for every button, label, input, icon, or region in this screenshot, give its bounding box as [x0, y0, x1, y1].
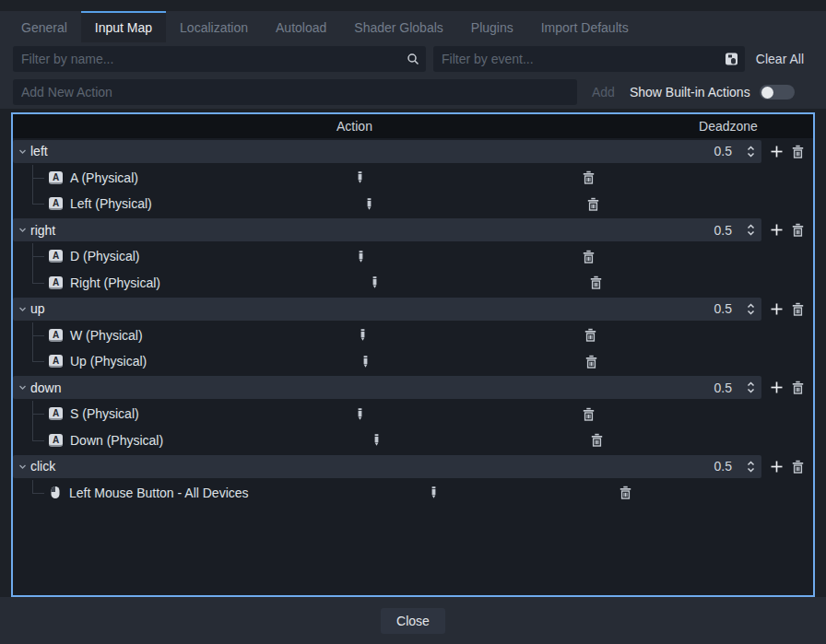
- pencil-edit-icon[interactable]: [356, 407, 364, 421]
- event-label: Right (Physical): [70, 275, 160, 290]
- deadzone-value[interactable]: 0.5: [714, 459, 732, 474]
- chevron-down-icon[interactable]: [18, 382, 28, 392]
- action-row-right[interactable]: right 0.5: [13, 217, 813, 244]
- trash-icon[interactable]: [791, 381, 805, 394]
- event-row-w-physical-[interactable]: A W (Physical): [13, 322, 813, 349]
- deadzone-value[interactable]: 0.5: [714, 381, 732, 395]
- tree-guide-line: [32, 427, 49, 454]
- trash-icon[interactable]: [589, 275, 603, 289]
- tree-guide-line: [32, 322, 49, 349]
- tree-guide-line: [32, 243, 49, 270]
- action-band[interactable]: left 0.5: [13, 140, 761, 163]
- pencil-edit-icon[interactable]: [371, 275, 379, 289]
- pencil-edit-icon[interactable]: [357, 250, 365, 263]
- deadzone-value[interactable]: 0.5: [714, 144, 732, 158]
- add-event-plus-icon[interactable]: [770, 381, 784, 394]
- add-event-plus-icon[interactable]: [770, 302, 784, 316]
- trash-icon[interactable]: [582, 407, 596, 421]
- event-row-left-physical-[interactable]: A Left (Physical): [13, 191, 813, 217]
- pencil-edit-icon[interactable]: [361, 355, 370, 369]
- close-button[interactable]: Close: [381, 608, 445, 634]
- event-label: Up (Physical): [70, 354, 147, 369]
- updown-spinner-icon[interactable]: [745, 145, 757, 158]
- tree-guide-line: [32, 401, 49, 427]
- action-row-click[interactable]: click 0.5: [13, 453, 813, 480]
- table-header: Action Deadzone: [13, 114, 813, 138]
- mouse-icon: [49, 486, 62, 499]
- trash-icon[interactable]: [791, 223, 805, 237]
- pencil-edit-icon[interactable]: [372, 433, 381, 447]
- action-band[interactable]: down 0.5: [13, 376, 761, 399]
- event-label: Down (Physical): [70, 433, 163, 448]
- action-column-header: Action: [13, 119, 696, 134]
- filter-by-name-input[interactable]: [13, 46, 426, 72]
- pencil-edit-icon[interactable]: [430, 486, 438, 499]
- event-label: A (Physical): [70, 170, 138, 185]
- chevron-down-icon[interactable]: [18, 146, 28, 157]
- deadzone-value[interactable]: 0.5: [714, 301, 732, 316]
- trash-icon[interactable]: [791, 145, 805, 158]
- search-icon: [407, 53, 419, 65]
- tab-shader-globals[interactable]: Shader Globals: [340, 11, 457, 42]
- pencil-edit-icon[interactable]: [359, 328, 367, 342]
- deadzone-value[interactable]: 0.5: [714, 223, 732, 238]
- trash-icon[interactable]: [582, 170, 596, 184]
- updown-spinner-icon[interactable]: [745, 381, 757, 394]
- event-row-d-physical-[interactable]: A D (Physical): [13, 243, 813, 270]
- trash-icon[interactable]: [584, 355, 598, 369]
- event-label: Left Mouse Button - All Devices: [69, 486, 249, 500]
- tree-guide-line: [32, 165, 49, 192]
- chevron-down-icon[interactable]: [18, 225, 28, 235]
- chevron-down-icon[interactable]: [18, 462, 28, 472]
- input-map-table: Action Deadzone left 0.5: [11, 112, 815, 597]
- add-event-plus-icon[interactable]: [770, 145, 784, 158]
- add-button[interactable]: Add: [584, 81, 622, 103]
- trash-icon[interactable]: [619, 486, 632, 499]
- pencil-edit-icon[interactable]: [365, 197, 373, 211]
- action-band[interactable]: click 0.5: [13, 455, 761, 478]
- event-row-s-physical-[interactable]: A S (Physical): [13, 401, 813, 427]
- filter-by-event-input[interactable]: [433, 46, 745, 72]
- show-builtin-actions-toggle[interactable]: [760, 85, 795, 100]
- action-band[interactable]: right 0.5: [13, 218, 761, 241]
- trash-icon[interactable]: [584, 328, 597, 342]
- tab-localization[interactable]: Localization: [166, 11, 262, 42]
- event-row-right-physical-[interactable]: A Right (Physical): [13, 270, 813, 297]
- dialog-footer: Close: [0, 597, 826, 644]
- show-builtin-actions-label: Show Built-in Actions: [630, 85, 750, 100]
- add-event-plus-icon[interactable]: [770, 460, 784, 474]
- tab-autoload[interactable]: Autoload: [262, 11, 340, 42]
- tab-general[interactable]: General: [7, 11, 81, 42]
- trash-icon[interactable]: [586, 197, 600, 211]
- updown-spinner-icon[interactable]: [745, 223, 757, 237]
- event-row-down-physical-[interactable]: A Down (Physical): [13, 427, 813, 454]
- tab-input-map[interactable]: Input Map: [81, 11, 166, 42]
- chevron-down-icon[interactable]: [18, 304, 28, 314]
- pencil-edit-icon[interactable]: [356, 170, 364, 184]
- trash-icon[interactable]: [582, 250, 596, 263]
- event-row-up-physical-[interactable]: A Up (Physical): [13, 348, 813, 375]
- clear-all-button[interactable]: Clear All: [747, 48, 813, 70]
- keyboard-key-icon: A: [49, 276, 63, 289]
- keyboard-key-icon: A: [49, 434, 63, 447]
- event-row-a-physical-[interactable]: A A (Physical): [13, 165, 813, 192]
- trash-icon[interactable]: [791, 302, 805, 316]
- action-label: up: [30, 301, 45, 316]
- tab-plugins[interactable]: Plugins: [457, 11, 527, 42]
- event-row-left-mouse-button-all-devices[interactable]: Left Mouse Button - All Devices: [13, 480, 813, 507]
- trash-icon[interactable]: [791, 460, 805, 474]
- updown-spinner-icon[interactable]: [745, 460, 757, 474]
- action-row-up[interactable]: up 0.5: [13, 296, 813, 322]
- tab-import-defaults[interactable]: Import Defaults: [527, 11, 643, 42]
- add-event-plus-icon[interactable]: [770, 223, 784, 237]
- trash-icon[interactable]: [590, 433, 604, 447]
- updown-spinner-icon[interactable]: [745, 302, 757, 316]
- add-new-action-input[interactable]: [13, 79, 577, 105]
- tree-guide-line: [32, 270, 49, 297]
- action-label: click: [30, 459, 55, 474]
- action-label: down: [30, 381, 61, 395]
- keyboard-key-icon: A: [49, 407, 63, 420]
- action-row-down[interactable]: down 0.5: [13, 375, 813, 402]
- action-row-left[interactable]: left 0.5: [13, 138, 813, 165]
- action-band[interactable]: up 0.5: [13, 298, 761, 321]
